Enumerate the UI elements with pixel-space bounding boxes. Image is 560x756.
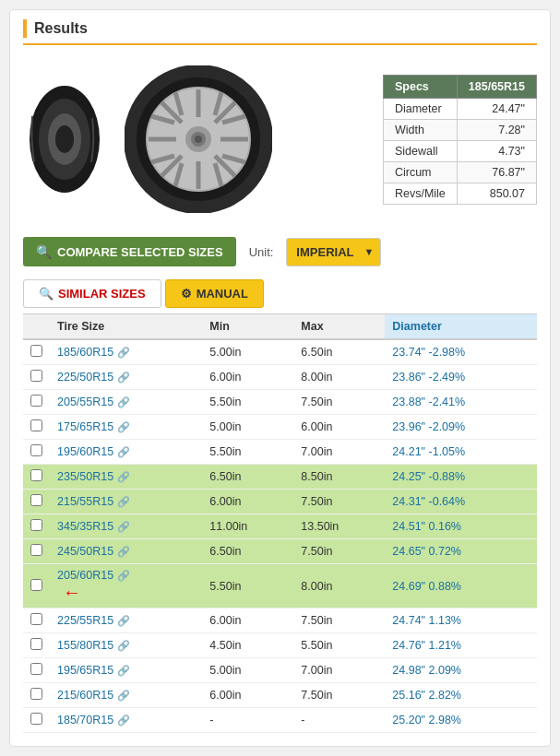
external-link-icon: 🔗 (117, 521, 130, 533)
tab-similar-sizes[interactable]: 🔍 SIMILAR SIZES (23, 279, 161, 308)
row-checkbox[interactable] (30, 638, 42, 650)
row-checkbox-cell (23, 365, 50, 390)
max-cell: 7.00in (293, 440, 385, 465)
table-row: 185/70R15 🔗 - - 25.20" 2.98% (23, 708, 537, 733)
specs-label: Width (383, 119, 457, 140)
row-checkbox-cell (23, 683, 50, 708)
row-checkbox[interactable] (30, 395, 42, 407)
specs-value: 76.87" (457, 161, 536, 183)
table-row: 175/65R15 🔗 5.00in 6.00in 23.96" -2.09% (23, 415, 537, 440)
external-link-icon: 🔗 (117, 715, 130, 726)
tire-image-small (23, 79, 106, 199)
col-tire-size: Tire Size (50, 314, 202, 340)
tire-size-table: Tire Size Min Max Diameter 185/60R15 🔗 5… (23, 313, 537, 733)
specs-label: Circum (383, 161, 457, 183)
min-cell: 6.00in (202, 365, 293, 390)
row-checkbox[interactable] (30, 494, 42, 506)
tire-size-link[interactable]: 195/60R15 🔗 (57, 445, 195, 458)
tire-size-cell: 175/65R15 🔗 (50, 415, 202, 440)
tire-size-link[interactable]: 155/80R15 🔗 (57, 639, 195, 652)
svg-point-26 (195, 136, 202, 143)
specs-row: Circum76.87" (383, 161, 536, 183)
external-link-icon: 🔗 (117, 446, 130, 458)
diameter-cell: 24.31" -0.64% (385, 490, 537, 514)
specs-value: 7.28" (457, 119, 536, 140)
tire-size-link[interactable]: 185/70R15 🔗 (57, 714, 195, 726)
search-icon: 🔍 (36, 244, 52, 259)
row-checkbox-cell (23, 564, 50, 608)
tab-manual[interactable]: ⚙ MANUAL (165, 279, 264, 308)
tire-size-link[interactable]: 225/50R15 🔗 (57, 371, 195, 384)
col-checkbox (23, 314, 50, 340)
row-checkbox-cell (23, 608, 50, 633)
external-link-icon: 🔗 (117, 615, 130, 627)
max-cell: 7.50in (293, 608, 385, 633)
tire-size-link[interactable]: 345/35R15 🔗 (57, 520, 195, 533)
tire-size-link[interactable]: 205/60R15 🔗 (57, 569, 195, 582)
row-checkbox-cell (23, 708, 50, 733)
min-cell: 5.50in (202, 440, 293, 465)
row-checkbox[interactable] (30, 613, 42, 625)
max-cell: 5.50in (293, 633, 385, 658)
tire-size-cell: 195/65R15 🔗 (50, 658, 202, 683)
tire-size-link[interactable]: 175/65R15 🔗 (57, 420, 195, 433)
external-link-icon: 🔗 (117, 396, 130, 408)
min-cell: 5.50in (202, 390, 293, 415)
diameter-cell: 24.25" -0.88% (385, 465, 537, 490)
table-row: 215/55R15 🔗 6.00in 7.50in 24.31" -0.64% (23, 490, 537, 514)
tire-size-link[interactable]: 225/55R15 🔗 (57, 614, 195, 627)
unit-select[interactable]: IMPERIALMETRIC (286, 238, 381, 266)
tire-size-link[interactable]: 245/50R15 🔗 (57, 545, 195, 558)
tire-size-cell: 345/35R15 🔗 (50, 514, 202, 539)
specs-row: Width7.28" (383, 119, 536, 140)
tire-size-link[interactable]: 215/55R15 🔗 (57, 495, 195, 508)
row-checkbox[interactable] (30, 519, 42, 531)
table-row: 195/60R15 🔗 5.50in 7.00in 24.21" -1.05% (23, 440, 537, 465)
controls-bar: 🔍 COMPARE SELECTED SIZES Unit: IMPERIALM… (23, 228, 537, 270)
min-cell: 11.00in (202, 514, 293, 539)
min-cell: 6.00in (202, 490, 293, 514)
min-cell: 5.50in (202, 564, 293, 608)
row-checkbox[interactable] (30, 419, 42, 431)
diameter-cell: 24.69" 0.88% (385, 564, 537, 608)
specs-label: Diameter (383, 98, 457, 119)
tire-size-link[interactable]: 235/50R15 🔗 (57, 470, 195, 483)
compare-button[interactable]: 🔍 COMPARE SELECTED SIZES (23, 237, 236, 266)
row-checkbox[interactable] (30, 469, 42, 481)
tire-size-cell: 185/70R15 🔗 (50, 708, 202, 733)
row-checkbox[interactable] (30, 713, 42, 725)
specs-row: Diameter24.47" (383, 98, 536, 119)
row-checkbox[interactable] (30, 345, 42, 357)
tab-manual-label: MANUAL (197, 287, 248, 301)
diameter-cell: 23.96" -2.09% (385, 415, 537, 440)
header-accent-bar (23, 19, 27, 38)
min-cell: 6.50in (202, 465, 293, 490)
tire-size-cell: 205/60R15 🔗 ← (50, 564, 202, 608)
max-cell: 7.50in (293, 539, 385, 564)
max-cell: 8.50in (293, 465, 385, 490)
tire-size-link[interactable]: 205/55R15 🔗 (57, 396, 195, 408)
row-checkbox[interactable] (30, 444, 42, 456)
tire-size-link[interactable]: 195/65R15 🔗 (57, 664, 195, 677)
table-row: 215/60R15 🔗 6.00in 7.50in 25.16" 2.82% (23, 683, 537, 708)
specs-value: 4.73" (457, 140, 536, 161)
unit-label: Unit: (249, 245, 274, 259)
row-checkbox[interactable] (30, 370, 42, 382)
row-checkbox[interactable] (30, 579, 42, 591)
col-max: Max (293, 314, 385, 340)
specs-row: Sidewall4.73" (383, 140, 536, 161)
external-link-icon: 🔗 (117, 347, 130, 359)
max-cell: 7.50in (293, 490, 385, 514)
external-link-icon: 🔗 (117, 372, 130, 384)
tire-display-section: Specs 185/65R15 Diameter24.47"Width7.28"… (23, 56, 537, 228)
tire-size-cell: 155/80R15 🔗 (50, 633, 202, 658)
tire-size-link[interactable]: 215/60R15 🔗 (57, 689, 195, 702)
row-checkbox-cell (23, 539, 50, 564)
row-checkbox[interactable] (30, 544, 42, 556)
row-checkbox[interactable] (30, 688, 42, 700)
diameter-cell: 24.51" 0.16% (385, 514, 537, 539)
row-checkbox[interactable] (30, 663, 42, 675)
tire-size-link[interactable]: 185/60R15 🔗 (57, 346, 195, 359)
max-cell: 6.50in (293, 339, 385, 365)
tire-size-cell: 245/50R15 🔗 (50, 539, 202, 564)
